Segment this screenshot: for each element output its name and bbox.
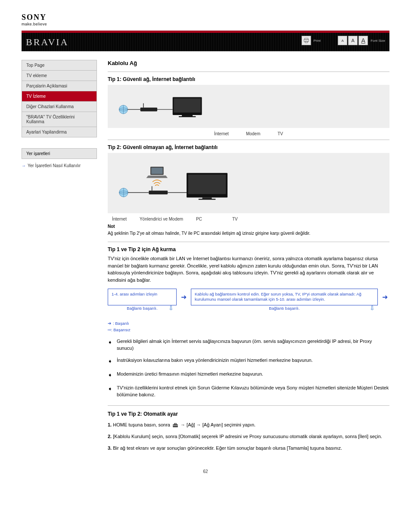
flow-step-1[interactable]: 1-4. arası adımları izleyin ⇩: [108, 289, 177, 305]
type12-setup-title: Tip 1 ve Tip 2 için Ağ kurma: [108, 246, 389, 252]
nav-item-tvekleme[interactable]: TV ekleme: [22, 71, 97, 81]
divider: [108, 140, 389, 140]
print-label: Print: [314, 39, 321, 43]
svg-rect-6: [140, 108, 157, 112]
bullet-arrow-icon: ➧: [108, 339, 112, 347]
nav-item-tvizleme[interactable]: TV İzleme: [22, 91, 97, 102]
type1-diagram: [108, 85, 389, 128]
logo-block: SONY make.believe: [22, 13, 389, 26]
type2-title: Tip 2: Güvenli olmayan ağ, İnternet bağl…: [108, 144, 389, 150]
flow-sub-1[interactable]: Bağlantı başarılı.: [108, 305, 177, 311]
bookmarks-button[interactable]: Yer işaretleri: [22, 148, 97, 159]
svg-rect-23: [188, 174, 226, 194]
svg-rect-14: [151, 168, 162, 174]
logo-brand: SONY: [22, 13, 389, 22]
nav-item-digercihaz[interactable]: Diğer Cihazlari Kullanma: [22, 102, 97, 112]
fontsize-label: Font Size: [371, 39, 385, 43]
follow-list: ➧Gerekli bilgileri almak için İnternet s…: [108, 338, 389, 398]
svg-rect-24: [202, 198, 212, 199]
flow-step-2[interactable]: Kablolu ağ bağlantısını kontrol edin. Eğ…: [191, 289, 378, 305]
type12-intro: TV'niz için öncelikle otomatik bir LAN v…: [108, 255, 389, 283]
flow-legend: ➔: Başarılı ⇨: Başarısız: [108, 320, 389, 333]
left-nav: Top Page TV ekleme Parçalarin Açiklamasi…: [22, 60, 97, 137]
arrow-solid-icon: ➔: [108, 321, 111, 326]
flow-sub-2[interactable]: Bağlantı başarılı.: [193, 305, 376, 311]
divider: [108, 405, 389, 406]
bullet-arrow-icon: ➧: [108, 385, 112, 393]
print-button[interactable]: [302, 36, 311, 45]
svg-rect-1: [304, 40, 309, 42]
nav-item-top[interactable]: Top Page: [22, 60, 97, 71]
print-icon: [303, 37, 309, 44]
fontsize-large-button[interactable]: A: [358, 36, 368, 45]
arrow-hollow-icon: ⇨: [108, 327, 111, 332]
fontsize-small-button[interactable]: A: [338, 36, 347, 45]
step-1: 1. HOME tuşuna basın, sonra → [Ağ] → [Ağ…: [108, 421, 389, 429]
bullet-arrow-icon: ➧: [108, 371, 112, 380]
arrow-right-icon: ➜: [179, 289, 188, 305]
svg-rect-28: [173, 425, 178, 426]
page-title: Kablolu Ağ: [108, 60, 389, 66]
howto-bookmarks-link[interactable]: →Yer İşaretleri Nasıl Kullanılır: [22, 163, 97, 168]
nav-item-parcalar[interactable]: Parçalarin Açiklamasi: [22, 81, 97, 91]
svg-marker-15: [146, 175, 168, 178]
bullet-arrow-icon: ➧: [108, 358, 112, 366]
top-banner: BRAVIA Print A A A Font Size: [22, 31, 389, 51]
svg-rect-27: [174, 423, 177, 424]
arrow-right-icon: ➜: [380, 289, 389, 305]
page-number: 62: [22, 469, 389, 474]
arrow-right-icon: →: [22, 163, 26, 168]
svg-rect-19: [149, 191, 168, 195]
fontsize-medium-button[interactable]: A: [348, 36, 358, 45]
svg-rect-10: [174, 98, 201, 112]
type2-captions: İnternet Yönlendirici ve Modem PC TV: [108, 217, 389, 221]
type1-title: Tip 1: Güvenli ağ, İnternet bağlantılı: [108, 76, 389, 82]
svg-rect-12: [179, 116, 196, 117]
product-brand: BRAVIA: [26, 37, 69, 48]
nav-item-ayarlar[interactable]: Ayarlari Yapilandirma: [22, 127, 97, 137]
divider: [108, 72, 389, 72]
svg-rect-0: [305, 38, 308, 40]
divider: [108, 242, 389, 242]
logo-tagline: make.believe: [22, 22, 389, 26]
toolbox-icon: [172, 423, 178, 428]
step-2: 2. [Kablolu Kurulum] seçin, sonra [Otoma…: [108, 433, 389, 440]
nav-item-braviafeat[interactable]: "BRAVIA" TV Özelliklerini Kullanma: [22, 112, 97, 127]
type1-captions: İnternet Modem TV: [108, 131, 389, 136]
note-body: Ağ şeklinin Tip 2'ye ait olması halinde,…: [108, 230, 389, 236]
svg-rect-25: [199, 199, 215, 200]
note-label: Not: [108, 224, 389, 229]
flowchart: 1-4. arası adımları izleyin ⇩ ➜ Kablolu …: [108, 289, 389, 398]
step-3: 3. Bir ağ test ekranı ve ayar sonuçları …: [108, 445, 389, 452]
auto-setup-title: Tip 1 ve Tip 2: Otomatik ayar: [108, 411, 389, 417]
svg-rect-11: [182, 115, 193, 116]
type2-diagram: [108, 153, 389, 213]
